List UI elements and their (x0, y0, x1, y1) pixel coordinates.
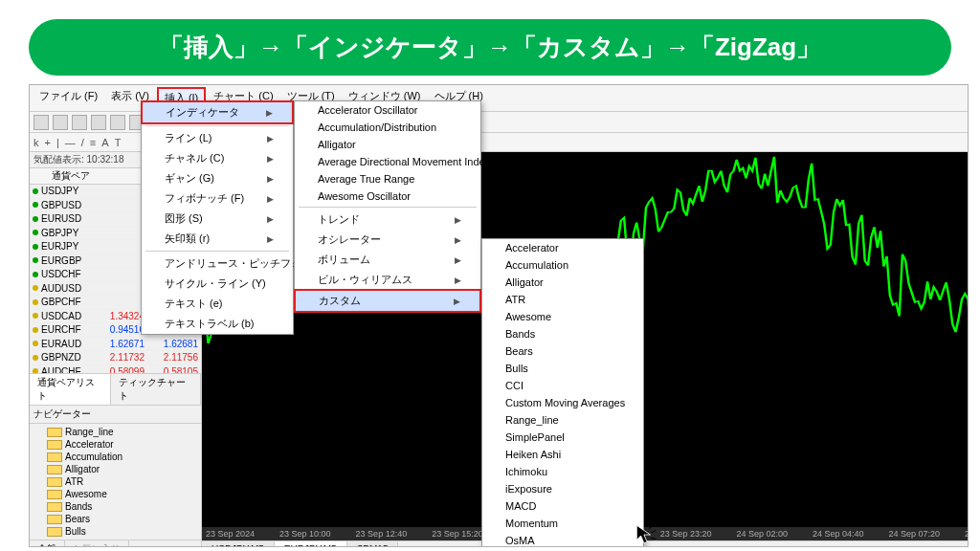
tab-pairlist[interactable]: 通貨ペアリスト (30, 374, 111, 405)
toolbar-icon[interactable] (110, 115, 125, 130)
menu-custom-atr[interactable]: ATR (482, 291, 643, 308)
menu-oscillator[interactable]: オシレーター▶ (295, 230, 480, 250)
menu-line[interactable]: ライン (L)▶ (142, 128, 293, 148)
menu-custom-submenu: AcceleratorAccumulationAlligatorATRAweso… (481, 238, 644, 547)
market-watch-row[interactable]: GBPNZD2.117322.11756 (30, 351, 201, 365)
menu-custom-alligator[interactable]: Alligator (482, 274, 643, 291)
menu-custom-bulls[interactable]: Bulls (482, 360, 643, 377)
menu-andrews-pitchfork[interactable]: アンドリュース・ピッチフォーク (A) (142, 253, 293, 274)
navigator-item[interactable]: Accelerator (33, 438, 197, 451)
trendline-icon[interactable]: / (81, 137, 84, 148)
tab-tickchart[interactable]: ティックチャート (111, 374, 201, 405)
menu-trend[interactable]: トレンド▶ (295, 209, 480, 230)
channel-icon[interactable]: ≡ (90, 137, 96, 148)
menu-indicators[interactable]: インディケータ▶ (141, 100, 294, 124)
menu-text-label[interactable]: テキストラベル (b) (142, 314, 293, 334)
menu-bill-williams[interactable]: ビル・ウィリアムス▶ (295, 270, 480, 290)
menu-custom-ichimoku[interactable]: Ichimoku (482, 463, 643, 480)
menu-custom-osma[interactable]: OsMA (482, 532, 643, 547)
mt4-window: ファイル (F) 表示 (V) 挿入 (I) チャート (C) ツール (T) … (29, 84, 969, 547)
fib-icon[interactable]: А (101, 137, 108, 148)
tab-common[interactable]: 全般 (30, 540, 65, 547)
toolbar-icon[interactable] (53, 115, 68, 130)
svg-line-1 (649, 524, 654, 528)
menu-custom-range-line[interactable]: Range_line (482, 411, 643, 429)
navigator-item[interactable]: Range_line (33, 426, 197, 438)
market-watch-row[interactable]: AUDCHF0.580990.58105 (30, 365, 201, 374)
market-watch-tabs: 通貨ペアリスト ティックチャート (30, 373, 201, 405)
navigator-item[interactable]: Alligator (33, 463, 197, 475)
navigator-item[interactable]: ATR (33, 475, 197, 488)
menu-insert-dropdown: インディケータ▶ ライン (L)▶ チャネル (C)▶ ギャン (G)▶ フィボ… (141, 100, 294, 335)
menu-arrows[interactable]: 矢印類 (r)▶ (142, 229, 293, 249)
menu-alligator[interactable]: Alligator (295, 136, 480, 153)
cursor-icon[interactable]: k (33, 137, 39, 148)
tab-eurjpy[interactable]: EURJPY,M5 (275, 541, 347, 547)
menu-fibonacci[interactable]: フィボナッチ (F)▶ (142, 188, 293, 209)
navigator-tree: Range_lineAcceleratorAccumulationAlligat… (30, 424, 201, 540)
text-icon[interactable]: T (115, 137, 122, 148)
menu-awesome-osc[interactable]: Awesome Oscillator (295, 187, 480, 205)
menu-custom-iexposure[interactable]: iExposure (482, 480, 643, 497)
menu-atr[interactable]: Average True Range (295, 170, 480, 187)
navigator-item[interactable]: Bulls (33, 525, 197, 538)
menu-custom-macd[interactable]: MACD (482, 497, 643, 515)
navigator-item[interactable]: Bears (33, 513, 197, 525)
toolbar-icon[interactable] (72, 115, 87, 130)
svg-line-2 (652, 531, 656, 533)
menu-accelerator-osc[interactable]: Accelerator Oscillator (295, 101, 480, 119)
menu-custom-awesome[interactable]: Awesome (482, 308, 643, 325)
hline-icon[interactable]: — (65, 137, 76, 148)
menu-custom-accumulation[interactable]: Accumulation (482, 256, 643, 274)
menu-gann[interactable]: ギャン (G)▶ (142, 168, 293, 188)
menu-custom-custom-moving-averages[interactable]: Custom Moving Averages (482, 394, 643, 411)
navigator-item[interactable]: Bands (33, 500, 197, 513)
menu-indicators-submenu: Accelerator Oscillator Accumulation/Dist… (294, 100, 481, 313)
menu-custom-momentum[interactable]: Momentum (482, 515, 643, 532)
chevron-right-icon: ▶ (266, 108, 273, 118)
menu-channel[interactable]: チャネル (C)▶ (142, 148, 293, 168)
menu-custom-bears[interactable]: Bears (482, 342, 643, 360)
toolbar-icon[interactable] (91, 115, 106, 130)
menu-shapes[interactable]: 図形 (S)▶ (142, 209, 293, 229)
instruction-banner: 「挿入」→「インジケータ」→「カスタム」→「ZigZag」 (29, 19, 951, 76)
navigator-header: ナビゲーター (30, 406, 201, 424)
navigator-item[interactable]: Accumulation (33, 451, 197, 463)
tab-usdjpy[interactable]: USDJPY,M5 (202, 541, 275, 547)
menu-custom-heiken-ashi[interactable]: Heiken Ashi (482, 446, 643, 463)
navigator-tabs: 全般 お気に入り (30, 540, 201, 547)
crosshair-icon[interactable]: + (45, 137, 51, 148)
menu-custom-cci[interactable]: CCI (482, 377, 643, 394)
menu-custom-bands[interactable]: Bands (482, 325, 643, 342)
toolbar-icon[interactable] (33, 115, 49, 130)
menu-file[interactable]: ファイル (F) (33, 87, 103, 109)
menu-custom-accelerator[interactable]: Accelerator (482, 239, 643, 256)
menu-volume[interactable]: ボリューム▶ (295, 250, 480, 270)
menu-accumulation[interactable]: Accumulation/Distribution (295, 119, 480, 136)
tab-spm15[interactable]: SPM15 (347, 541, 399, 547)
cursor-icon (635, 523, 656, 548)
vline-icon[interactable]: | (56, 137, 59, 148)
menu-custom-simplepanel[interactable]: SimplePanel (482, 429, 643, 446)
navigator-panel: ナビゲーター Range_lineAcceleratorAccumulation… (30, 405, 201, 547)
menu-text[interactable]: テキスト (e) (142, 294, 293, 314)
tab-favorites[interactable]: お気に入り (65, 540, 129, 547)
menu-cycle-line[interactable]: サイクル・ライン (Y) (142, 274, 293, 294)
menu-custom[interactable]: カスタム▶ (294, 289, 481, 313)
market-watch-row[interactable]: EURAUD1.626711.62681 (30, 338, 201, 352)
svg-line-3 (650, 538, 655, 539)
navigator-item[interactable]: Awesome (33, 488, 197, 500)
menu-adx[interactable]: Average Directional Movement Index (295, 153, 480, 170)
